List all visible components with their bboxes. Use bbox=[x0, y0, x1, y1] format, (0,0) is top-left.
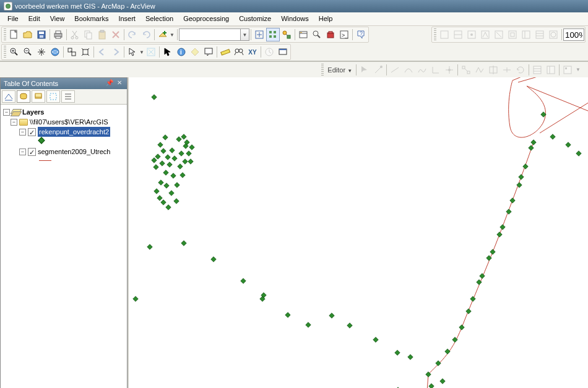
map-scale-input[interactable] bbox=[179, 28, 241, 41]
layer1-visibility-checkbox[interactable] bbox=[28, 128, 36, 136]
select-elements-button[interactable] bbox=[266, 28, 280, 41]
catalog-button[interactable] bbox=[296, 28, 310, 41]
time-slider-button[interactable] bbox=[262, 45, 276, 59]
menu-insert[interactable]: Insert bbox=[113, 14, 141, 24]
tree-collapse-icon[interactable]: − bbox=[11, 119, 17, 126]
draw-tool-8[interactable] bbox=[533, 28, 547, 41]
draw-tool-7[interactable] bbox=[519, 28, 533, 41]
menu-help[interactable]: Help bbox=[314, 14, 338, 24]
find-button[interactable] bbox=[232, 45, 246, 59]
toc-tab-drawing-order[interactable] bbox=[2, 90, 15, 103]
attributes-button[interactable] bbox=[530, 63, 544, 77]
prev-extent-button[interactable] bbox=[95, 45, 109, 59]
search-button[interactable] bbox=[310, 28, 324, 41]
go-to-xy-button[interactable]: XY bbox=[246, 45, 259, 59]
edit-rightangle-button[interactable] bbox=[429, 63, 443, 77]
menu-edit[interactable]: Edit bbox=[24, 14, 45, 24]
menu-view[interactable]: View bbox=[45, 14, 70, 24]
select-elements-arrow-button[interactable] bbox=[161, 45, 175, 59]
hyperlink-button[interactable] bbox=[188, 45, 202, 59]
toc-tab-visibility[interactable] bbox=[32, 90, 45, 103]
menu-customize[interactable]: Customize bbox=[234, 14, 276, 24]
python-button[interactable]: >_ bbox=[337, 28, 351, 41]
delete-button[interactable] bbox=[109, 28, 123, 41]
fixed-zoom-out-button[interactable] bbox=[79, 45, 92, 59]
redo-button[interactable] bbox=[139, 28, 153, 41]
zoom-percent-input[interactable] bbox=[563, 28, 584, 41]
toolbar-grip[interactable] bbox=[434, 28, 436, 41]
map-scale-dropdown-icon[interactable]: ▼ bbox=[241, 28, 249, 41]
tree-collapse-icon[interactable]: − bbox=[3, 109, 10, 116]
edit-straight-button[interactable] bbox=[371, 63, 385, 77]
open-button[interactable] bbox=[21, 28, 35, 41]
model-builder-button[interactable] bbox=[280, 28, 293, 41]
toc-tab-options[interactable] bbox=[61, 90, 75, 103]
select-features-dropdown-icon[interactable]: ▼ bbox=[139, 50, 144, 55]
edit-cut-poly-button[interactable] bbox=[486, 63, 500, 77]
editor-menu[interactable]: Editor ▼ bbox=[325, 66, 355, 74]
draw-tool-5[interactable] bbox=[492, 28, 506, 41]
layer2-symbol-line[interactable] bbox=[39, 160, 51, 161]
edit-reshape-button[interactable] bbox=[473, 63, 486, 77]
whats-this-button[interactable]: ? bbox=[354, 28, 368, 41]
draw-tool-2[interactable] bbox=[451, 28, 465, 41]
layer2-visibility-checkbox[interactable] bbox=[28, 148, 36, 156]
zoom-out-button[interactable] bbox=[21, 45, 35, 59]
toc-root-label[interactable]: Layers bbox=[22, 107, 44, 117]
sketch-props-button[interactable] bbox=[544, 63, 558, 77]
toc-tab-source[interactable] bbox=[17, 90, 30, 103]
edit-segment-button[interactable] bbox=[388, 63, 402, 77]
undo-button[interactable] bbox=[126, 28, 139, 41]
edit-vertices-button[interactable] bbox=[459, 63, 473, 77]
map-view[interactable] bbox=[128, 77, 588, 388]
layer2-label[interactable]: segmenten2009_Utrech bbox=[38, 147, 110, 157]
toolbar-grip[interactable] bbox=[4, 28, 6, 41]
add-data-button[interactable] bbox=[156, 28, 170, 41]
new-button[interactable] bbox=[7, 28, 21, 41]
save-button[interactable] bbox=[35, 28, 48, 41]
clear-selection-button[interactable] bbox=[144, 45, 158, 59]
html-popup-button[interactable] bbox=[202, 45, 215, 59]
menu-bookmarks[interactable]: Bookmarks bbox=[69, 14, 113, 24]
edit-rotate-button[interactable] bbox=[514, 63, 527, 77]
edit-arc-button[interactable] bbox=[402, 63, 415, 77]
paste-button[interactable] bbox=[95, 28, 109, 41]
select-features-button[interactable] bbox=[126, 45, 139, 59]
toc-datasource-label[interactable]: \\fil07\users$\VER\ArcGIS bbox=[30, 117, 108, 127]
pin-icon[interactable]: 📌 bbox=[105, 79, 114, 88]
menu-windows[interactable]: Windows bbox=[276, 14, 314, 24]
full-extent-button[interactable] bbox=[48, 45, 62, 59]
measure-button[interactable] bbox=[218, 45, 232, 59]
next-extent-button[interactable] bbox=[109, 45, 123, 59]
toc-tab-selection[interactable] bbox=[46, 90, 60, 103]
edit-split-button[interactable] bbox=[500, 63, 514, 77]
edit-point-button[interactable] bbox=[443, 63, 456, 77]
print-button[interactable] bbox=[51, 28, 65, 41]
draw-tool-1[interactable] bbox=[438, 28, 451, 41]
tree-collapse-icon[interactable]: − bbox=[19, 149, 26, 155]
pan-button[interactable] bbox=[35, 45, 48, 59]
create-features-button[interactable] bbox=[561, 63, 574, 77]
add-data-dropdown-icon[interactable]: ▼ bbox=[170, 32, 176, 38]
menu-file[interactable]: File bbox=[2, 14, 24, 24]
tree-collapse-icon[interactable]: − bbox=[19, 129, 26, 136]
menu-selection[interactable]: Selection bbox=[141, 14, 178, 24]
zoom-in-button[interactable] bbox=[7, 45, 21, 59]
toolbar-grip[interactable] bbox=[4, 46, 6, 58]
draw-tool-9[interactable] bbox=[547, 28, 560, 41]
cut-button[interactable] bbox=[68, 28, 82, 41]
create-viewer-button[interactable] bbox=[276, 45, 290, 59]
copy-button[interactable] bbox=[82, 28, 95, 41]
toolbar-grip[interactable] bbox=[321, 64, 324, 76]
edit-tool-button[interactable] bbox=[358, 63, 371, 77]
editor-toolbar-button[interactable] bbox=[253, 28, 266, 41]
arc-toolbox-button[interactable] bbox=[324, 28, 337, 41]
close-icon[interactable]: ✕ bbox=[115, 79, 124, 88]
edit-trace-button[interactable] bbox=[415, 63, 429, 77]
draw-tool-4[interactable] bbox=[478, 28, 492, 41]
draw-tool-6[interactable] bbox=[506, 28, 519, 41]
fixed-zoom-in-button[interactable] bbox=[65, 45, 79, 59]
editor-dropdown-icon[interactable]: ▼ bbox=[574, 67, 582, 72]
identify-button[interactable]: i bbox=[175, 45, 188, 59]
layer1-label[interactable]: rekenpunt_overdracht2 bbox=[38, 127, 110, 137]
